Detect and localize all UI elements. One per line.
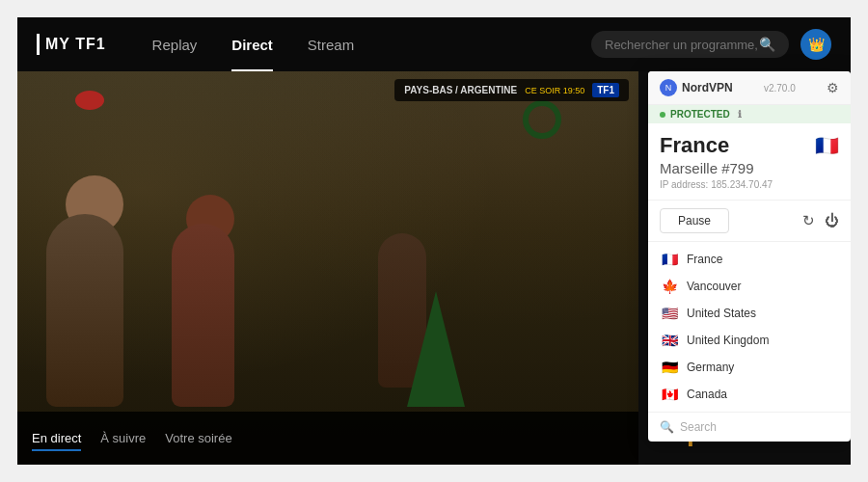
nord-logo: N NordVPN [660, 79, 733, 96]
main-content: PAYS-BAS / ARGENTINE CE SOIR 19:50 TF1 E… [17, 71, 851, 465]
nord-search-icon: 🔍 [660, 420, 674, 434]
right-section: TF1 TF1 en direct Noël au ch... Margot, … [638, 71, 851, 465]
search-icon: 🔍 [759, 37, 775, 52]
nav-link-replay[interactable]: Replay [135, 17, 215, 71]
nord-action-icons: ↻ ⏻ [802, 212, 839, 229]
nord-ip: IP address: 185.234.70.47 [660, 179, 839, 190]
protected-dot [660, 112, 665, 118]
tab-en-direct[interactable]: En direct [32, 427, 81, 449]
match-teams-text: PAYS-BAS / ARGENTINE [404, 85, 517, 95]
tab-a-suivre[interactable]: À suivre [100, 427, 146, 449]
nav-links: Replay Direct Stream [135, 17, 591, 71]
tab-votre-soiree[interactable]: Votre soirée [165, 427, 231, 449]
match-banner: PAYS-BAS / ARGENTINE CE SOIR 19:50 TF1 [394, 79, 629, 101]
country-item-germany[interactable]: 🇩🇪 Germany [648, 354, 851, 381]
settings-icon[interactable]: ⚙ [827, 80, 839, 95]
search-input[interactable] [605, 38, 759, 52]
person-left [46, 214, 123, 407]
pause-button[interactable]: Pause [660, 208, 729, 233]
nordvpn-panel: N NordVPN v2.70.0 ⚙ PROTECTED ℹ [648, 71, 851, 442]
nord-version: v2.70.0 [764, 83, 796, 94]
nord-header: N NordVPN v2.70.0 ⚙ [648, 71, 851, 105]
country-item-canada[interactable]: 🇨🇦 Canada [648, 381, 851, 408]
logo-bar [37, 34, 40, 55]
nord-search-label: Search [680, 420, 717, 434]
flag-uk: 🇬🇧 [660, 333, 679, 348]
info-icon: ℹ [738, 109, 742, 120]
match-teams: PAYS-BAS / ARGENTINE [404, 85, 517, 95]
nord-country-name: France [660, 133, 729, 158]
video-scene: PAYS-BAS / ARGENTINE CE SOIR 19:50 TF1 E… [17, 71, 638, 465]
nord-location: France 🇫🇷 Marseille #799 IP address: 185… [648, 123, 851, 201]
nav-link-stream[interactable]: Stream [290, 17, 371, 71]
country-name-vancouver: Vancouver [687, 280, 741, 293]
nord-pause-row: Pause ↻ ⏻ [648, 201, 851, 242]
country-name-canada: Canada [687, 388, 727, 401]
nord-search[interactable]: 🔍 Search [648, 413, 851, 442]
search-bar[interactable]: 🔍 [591, 31, 789, 58]
crown-button[interactable]: 👑 [800, 29, 831, 60]
flag-germany: 🇩🇪 [660, 360, 679, 375]
refresh-icon[interactable]: ↻ [802, 212, 815, 229]
flag-vancouver: 🍁 [660, 279, 679, 294]
nord-server: Marseille #799 [660, 160, 839, 176]
country-name-france: France [687, 253, 722, 266]
video-bottom-bar: En direct À suivre Votre soirée [17, 412, 638, 465]
nord-protected-bar: PROTECTED ℹ [648, 105, 851, 123]
country-item-us[interactable]: 🇺🇸 United States [648, 300, 851, 327]
nav-link-direct[interactable]: Direct [214, 17, 290, 71]
christmas-tree [407, 291, 465, 407]
country-name-us: United States [687, 307, 756, 320]
nord-header-icons: ⚙ [827, 80, 839, 95]
flag-france: 🇫🇷 [660, 252, 679, 267]
nord-flag: 🇫🇷 [815, 134, 839, 157]
nord-logo-text: NordVPN [682, 81, 733, 94]
flag-us: 🇺🇸 [660, 306, 679, 321]
country-item-vancouver[interactable]: 🍁 Vancouver [648, 273, 851, 300]
video-top-banner: PAYS-BAS / ARGENTINE CE SOIR 19:50 TF1 [17, 71, 638, 109]
nord-country-row: France 🇫🇷 [660, 133, 839, 158]
country-item-uk[interactable]: 🇬🇧 United Kingdom [648, 327, 851, 354]
tf1-logo[interactable]: MY TF1 [37, 34, 106, 55]
ce-soir-label: CE SOIR 19:50 [525, 86, 584, 95]
country-item-france[interactable]: 🇫🇷 France [648, 246, 851, 273]
crown-icon: 👑 [808, 37, 825, 52]
person-right [172, 224, 234, 407]
tf1-badge: TF1 [592, 83, 619, 97]
nord-country-list: 🇫🇷 France 🍁 Vancouver 🇺🇸 United States [648, 242, 851, 413]
nord-logo-icon: N [660, 79, 677, 96]
logo-text: MY TF1 [45, 36, 106, 53]
country-name-uk: United Kingdom [687, 334, 769, 347]
protected-label: PROTECTED [670, 109, 730, 120]
tf1-navbar: MY TF1 Replay Direct Stream 🔍 👑 [17, 17, 851, 71]
country-name-germany: Germany [687, 361, 734, 374]
flag-canada: 🇨🇦 [660, 387, 679, 402]
video-area[interactable]: PAYS-BAS / ARGENTINE CE SOIR 19:50 TF1 E… [17, 71, 638, 465]
power-icon[interactable]: ⏻ [825, 212, 839, 229]
